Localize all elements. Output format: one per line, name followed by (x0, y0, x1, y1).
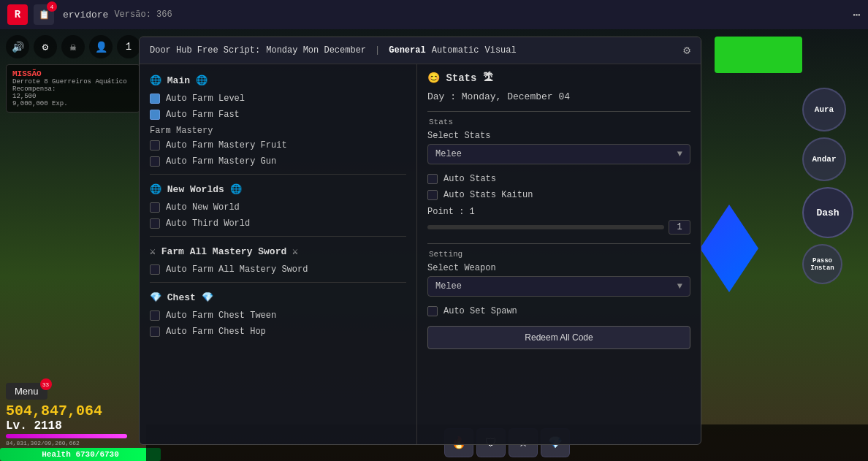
script-panel: Door Hub Free Script: Monday Mon Decembe… (139, 37, 701, 445)
mission-gold: 12,500 (12, 93, 134, 100)
auto-stats-row[interactable]: Auto Stats (427, 172, 690, 186)
aura-button[interactable]: Aura (802, 88, 846, 132)
tab-general[interactable]: General (389, 45, 425, 56)
xp-bar (6, 434, 127, 438)
person-icon[interactable]: 👤 (89, 35, 113, 58)
auto-farm-mastery-gun-label: Auto Farm Mastery Gun (166, 156, 276, 167)
roblox-icon: R (7, 4, 28, 25)
auto-farm-fast-label: Auto Farm Fast (166, 110, 240, 120)
auto-farm-mastery-gun-row[interactable]: Auto Farm Mastery Gun (140, 153, 416, 169)
farm-sword-section-header: ⚔ Farm All Mastery Sword ⚔ (140, 241, 416, 262)
stats-dropdown-value: Melee (435, 149, 462, 159)
gold-amount: 504,847,064 (6, 403, 140, 419)
auto-stats-checkbox[interactable] (427, 174, 438, 184)
panel-header: Door Hub Free Script: Monday Mon Decembe… (140, 37, 701, 64)
stats-header: 😊 Stats 🏝 (427, 72, 690, 84)
menu-button[interactable]: Menu 33 (6, 383, 47, 400)
dash-button[interactable]: Dash (802, 187, 853, 238)
auto-set-spawn-label: Auto Set Spawn (443, 306, 517, 316)
auto-farm-chest-hop-checkbox[interactable] (150, 327, 160, 337)
stats-dropdown[interactable]: Melee ▼ (427, 144, 690, 164)
level-text: Lv. 2118 (6, 419, 140, 433)
auto-farm-level-label: Auto Farm Level (166, 94, 245, 104)
tab-automatic[interactable]: Automatic (432, 45, 479, 56)
header-date-info: Monday Mon December (266, 45, 366, 56)
auto-set-spawn-row[interactable]: Auto Set Spawn (427, 304, 690, 319)
auto-farm-mastery-fruit-row[interactable]: Auto Farm Mastery Fruit (140, 137, 416, 153)
point-slider[interactable] (427, 225, 664, 229)
notification-badge[interactable]: 📋 4 (34, 4, 54, 25)
settings-gear-icon[interactable]: ⚙ (683, 43, 690, 58)
new-worlds-label: 🌐 New Worlds 🌐 (150, 183, 242, 195)
auto-farm-fast-row[interactable]: Auto Farm Fast (140, 107, 416, 123)
auto-set-spawn-checkbox[interactable] (427, 306, 438, 316)
panel-body: 🌐 Main 🌐 Auto Farm Level Auto Farm Fast … (140, 64, 701, 444)
andar-button[interactable]: Andar (802, 137, 846, 181)
auto-stats-kaitun-label: Auto Stats Kaitun (443, 190, 533, 200)
script-name-label: Door Hub Free Script: (150, 45, 260, 56)
auto-third-world-row[interactable]: Auto Third World (140, 216, 416, 232)
auto-new-world-label: Auto New World (166, 202, 240, 213)
auto-farm-chest-tween-checkbox[interactable] (150, 310, 160, 321)
health-bar: Health 6730/6730 (0, 448, 161, 461)
chest-section-header: 💎 Chest 💎 (140, 287, 416, 308)
farm-mastery-label: Farm Mastery (140, 123, 416, 137)
setting-section-label: Setting (427, 250, 690, 259)
auto-farm-fast-checkbox[interactable] (150, 110, 160, 120)
select-stats-label: Select Stats (427, 131, 690, 141)
weapon-dropdown-value: Melee (435, 281, 462, 292)
settings-icon[interactable]: ⚙ (34, 35, 57, 58)
xp-area: Menu 33 504,847,064 Lv. 2118 84,831,302/… (0, 383, 146, 446)
auto-new-world-row[interactable]: Auto New World (140, 199, 416, 216)
tab-visual[interactable]: Visual (485, 45, 517, 56)
auto-third-world-checkbox[interactable] (150, 218, 160, 229)
topbar: R 📋 4 ervidore Versão: 366 ⋯ (0, 0, 868, 29)
xp-numbers: 84,831,302/09,260,662 (6, 440, 140, 446)
sound-icon[interactable]: 🔊 (6, 35, 29, 58)
hud-icons-row: 🔊 ⚙ ☠ 👤 1 (6, 35, 140, 58)
auto-farm-chest-tween-row[interactable]: Auto Farm Chest Tween (140, 308, 416, 324)
more-button[interactable]: ⋯ (853, 7, 861, 23)
mission-reward-label: Recompensa: (12, 85, 134, 93)
redeem-all-code-button[interactable]: Redeem All Code (427, 326, 690, 349)
skull-icon[interactable]: ☠ (61, 35, 85, 58)
auto-farm-chest-hop-row[interactable]: Auto Farm Chest Hop (140, 324, 416, 340)
health-bar-area: Health 6730/6730 (0, 448, 161, 461)
left-hud: 🔊 ⚙ ☠ 👤 1 MISSÃO Derrote 8 Guerreiros Aq… (0, 29, 146, 124)
auto-farm-chest-tween-label: Auto Farm Chest Tween (166, 310, 276, 321)
weapon-dropdown-arrow: ▼ (677, 281, 682, 292)
stats-divider (427, 111, 690, 112)
point-label: Point : 1 (427, 207, 690, 217)
auto-stats-kaitun-checkbox[interactable] (427, 190, 438, 200)
divider-3 (150, 282, 406, 283)
point-slider-area: 1 (427, 220, 690, 235)
new-worlds-section-header: 🌐 New Worlds 🌐 (140, 179, 416, 199)
auto-farm-all-mastery-sword-checkbox[interactable] (150, 264, 160, 275)
setting-divider (427, 243, 690, 244)
auto-stats-label: Auto Stats (443, 174, 496, 184)
number-icon: 1 (117, 35, 140, 58)
auto-farm-mastery-gun-checkbox[interactable] (150, 156, 160, 167)
farm-sword-label: ⚔ Farm All Mastery Sword ⚔ (150, 245, 298, 257)
auto-farm-level-row[interactable]: Auto Farm Level (140, 91, 416, 107)
auto-farm-all-mastery-sword-row[interactable]: Auto Farm All Mastery Sword (140, 262, 416, 278)
auto-farm-chest-hop-label: Auto Farm Chest Hop (166, 327, 266, 337)
auto-farm-level-checkbox[interactable] (150, 94, 160, 104)
server-label: ervidore (63, 9, 108, 20)
menu-badge: 33 (40, 378, 52, 390)
stats-header-label: 😊 Stats 🏝 (427, 72, 493, 84)
notification-count: 4 (47, 1, 57, 12)
mission-xp: 9,000,000 Exp. (12, 100, 134, 107)
main-section-label: 🌐 Main 🌐 (150, 75, 208, 86)
weapon-dropdown[interactable]: Melee ▼ (427, 276, 690, 297)
passo-instan-button[interactable]: PassoInstan (802, 244, 842, 284)
health-text: Health 6730/6730 (42, 450, 119, 459)
header-separator: | (375, 45, 380, 56)
divider-1 (150, 174, 406, 175)
auto-farm-mastery-fruit-checkbox[interactable] (150, 140, 160, 151)
right-buttons: Aura Andar Dash PassoInstan (802, 88, 853, 284)
mission-desc: Derrote 8 Guerreiros Aquático (12, 78, 134, 85)
auto-new-world-checkbox[interactable] (150, 202, 160, 213)
auto-farm-all-mastery-sword-label: Auto Farm All Mastery Sword (166, 264, 308, 275)
auto-stats-kaitun-row[interactable]: Auto Stats Kaitun (427, 188, 690, 202)
